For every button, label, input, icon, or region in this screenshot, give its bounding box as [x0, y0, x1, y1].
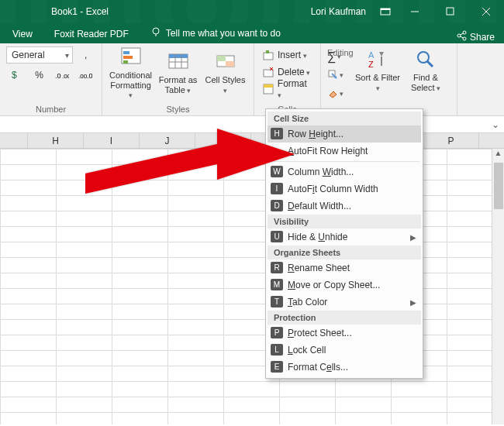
menu-hide-unhide[interactable]: UHide & Unhide▶	[268, 228, 421, 246]
fill-icon	[327, 69, 338, 82]
menu-rename-sheet[interactable]: RRename Sheet	[268, 259, 421, 277]
tab-view[interactable]: View	[9, 25, 36, 43]
decrease-decimal-button[interactable]: .00.0	[75, 67, 95, 84]
svg-rect-36	[264, 84, 273, 88]
menu-label: Move or Copy Sheet...	[288, 280, 380, 290]
col-head[interactable]: H	[28, 133, 84, 148]
scroll-thumb[interactable]	[494, 163, 503, 209]
svg-text:.00: .00	[62, 73, 69, 80]
window-controls	[397, 0, 504, 23]
menu-tab-color[interactable]: TTab Color▶	[268, 294, 421, 311]
shortcut-key: H	[271, 128, 283, 139]
format-as-table-button[interactable]: Format as Table	[156, 49, 200, 94]
svg-rect-20	[123, 56, 133, 59]
shortcut-key: E	[271, 361, 283, 373]
ribbon-options-icon[interactable]	[380, 6, 391, 17]
svg-line-12	[460, 36, 463, 38]
svg-marker-42	[379, 52, 384, 57]
maximize-button[interactable]	[433, 0, 468, 23]
menu-default-width[interactable]: DDefault Width...	[268, 198, 421, 215]
svg-marker-39	[330, 91, 337, 98]
tab-foxit[interactable]: Foxit Reader PDF	[51, 25, 132, 43]
menu-label: Format Cells...	[288, 362, 348, 373]
vertical-scrollbar[interactable]: ▲	[492, 149, 504, 424]
menu-format-cells[interactable]: EFormat Cells...	[268, 359, 421, 376]
svg-text:A: A	[368, 50, 375, 60]
svg-rect-3	[447, 8, 454, 15]
share-icon	[456, 30, 467, 43]
shortcut-key: W	[271, 166, 283, 177]
col-head[interactable]: I	[84, 133, 140, 148]
group-editing: ∑▾ ▾ ▾ AZ Sort & Filter Find & Select Ed…	[321, 43, 457, 115]
svg-line-45	[427, 61, 433, 67]
formula-expand-icon[interactable]: ⌄	[487, 119, 504, 130]
conditional-formatting-icon	[119, 46, 143, 69]
menu-label: Hide & Unhide	[288, 232, 347, 242]
menu-header-cellsize: Cell Size	[268, 112, 421, 125]
svg-point-44	[418, 52, 429, 63]
menu-column-width[interactable]: WColumn Width...	[268, 163, 421, 180]
number-format-select[interactable]: General	[6, 46, 73, 64]
submenu-caret-icon: ▶	[410, 298, 416, 307]
sort-filter-icon: AZ	[366, 48, 389, 71]
cell-styles-button[interactable]: Cell Styles	[203, 49, 247, 94]
svg-rect-29	[226, 61, 234, 67]
group-label-number: Number	[6, 103, 95, 114]
format-menu: Cell Size HRow Height... AutoFit Row Hei…	[265, 108, 423, 379]
group-number: General , $ % .0.00 .00.0 Number	[0, 43, 102, 115]
conditional-formatting-button[interactable]: Conditional Formatting	[109, 44, 153, 100]
minimize-button[interactable]	[397, 0, 433, 23]
svg-rect-30	[264, 53, 273, 60]
fill-button[interactable]: ▾	[327, 67, 354, 84]
insert-icon	[262, 49, 274, 61]
document-title: Book1 - Excel	[51, 6, 109, 17]
tell-me-search[interactable]: Tell me what you want to do	[147, 22, 284, 43]
shortcut-key: P	[271, 327, 283, 338]
shortcut-key: L	[271, 344, 283, 356]
menu-label: Protect Sheet...	[288, 328, 352, 338]
clear-button[interactable]: ▾	[327, 85, 354, 102]
find-select-button[interactable]: Find & Select	[402, 46, 450, 114]
close-button[interactable]	[468, 0, 504, 23]
formula-bar[interactable]: ⌄	[0, 116, 504, 133]
menu-protect-sheet[interactable]: PProtect Sheet...	[268, 325, 421, 342]
menu-row-height[interactable]: HRow Height...	[268, 125, 421, 143]
number-format-value: General	[12, 50, 45, 60]
menu-move-copy-sheet[interactable]: MMove or Copy Sheet...	[268, 277, 421, 294]
menu-label: Column Width...	[288, 167, 354, 177]
share-label: Share	[470, 32, 495, 43]
menu-lock-cell[interactable]: LLock Cell	[268, 342, 421, 359]
grid-area: ▲	[0, 149, 504, 424]
col-head[interactable]: P	[423, 133, 479, 148]
menu-separator	[269, 161, 419, 162]
delete-icon	[262, 66, 274, 78]
comma-style-button[interactable]: ,	[76, 46, 95, 64]
group-label-styles: Styles	[109, 103, 247, 114]
svg-rect-19	[123, 51, 129, 54]
menu-label: Default Width...	[288, 201, 351, 211]
menu-autofit-row[interactable]: AutoFit Row Height	[268, 143, 421, 160]
eraser-icon	[327, 88, 338, 101]
cell-styles-icon	[214, 50, 237, 74]
increase-decimal-button[interactable]: .0.00	[53, 67, 73, 84]
format-cells-button[interactable]: Format	[259, 81, 316, 98]
insert-cells-button[interactable]: Insert	[259, 46, 316, 64]
accounting-format-button[interactable]: $	[6, 67, 26, 84]
cell-styles-label: Cell Styles	[203, 75, 247, 94]
tell-me-label: Tell me what you want to do	[166, 28, 281, 39]
menu-label: AutoFit Column Width	[288, 184, 378, 194]
col-head[interactable]: K	[195, 133, 251, 148]
bulb-icon	[150, 26, 161, 40]
scroll-up-icon[interactable]: ▲	[495, 149, 502, 161]
format-icon	[262, 83, 274, 95]
group-styles: Conditional Formatting Format as Table C…	[102, 43, 254, 115]
svg-rect-1	[381, 9, 390, 10]
menu-autofit-column[interactable]: IAutoFit Column Width	[268, 180, 421, 198]
title-bar: Book1 - Excel Lori Kaufman	[0, 0, 504, 23]
svg-rect-23	[169, 54, 188, 58]
col-head[interactable]: J	[140, 133, 195, 148]
percent-style-button[interactable]: %	[29, 67, 50, 84]
insert-label: Insert	[278, 50, 307, 60]
share-button[interactable]: Share	[456, 30, 495, 43]
sort-filter-button[interactable]: AZ Sort & Filter	[354, 46, 402, 114]
